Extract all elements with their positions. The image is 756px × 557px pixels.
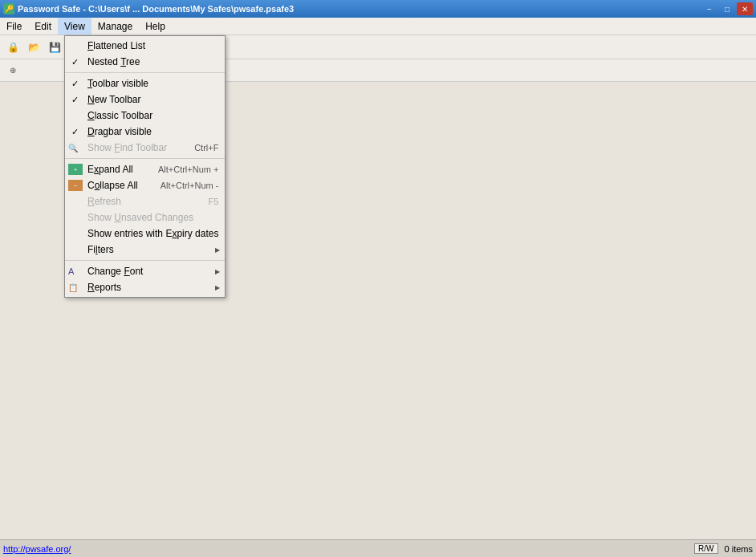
menu-edit[interactable]: Edit (28, 18, 58, 35)
status-right: R/W 0 items (694, 543, 753, 554)
menu-dragbar-visible[interactable]: ✓ Dragbar visible (65, 124, 225, 140)
menu-file[interactable]: File (0, 18, 28, 35)
dragbar-check: ✓ (71, 127, 79, 137)
sep2 (65, 158, 225, 159)
menu-classic-toolbar[interactable]: Classic Toolbar (65, 108, 225, 124)
toolbar-save[interactable]: 💾 (45, 38, 64, 57)
new-toolbar-check: ✓ (71, 95, 79, 105)
minimize-button[interactable]: − (701, 2, 717, 15)
menu-show-unsaved[interactable]: Show Unsaved Changes (65, 209, 225, 226)
status-url[interactable]: http://pwsafe.org/ (3, 544, 71, 554)
menu-show-find-toolbar[interactable]: 🔍 Show Find Toolbar Ctrl+F (65, 140, 225, 156)
app-icon: 🔑 (3, 3, 14, 14)
view-dropdown: Flattened List ✓ Nested Tree ✓ Toolbar v… (64, 35, 226, 298)
menu-new-toolbar[interactable]: ✓ New Toolbar (65, 91, 225, 108)
window-title: Password Safe - C:\Users\f ... Documents… (18, 4, 294, 14)
toolbar-open[interactable]: 📂 (24, 38, 43, 57)
sep3 (65, 260, 225, 261)
menu-manage[interactable]: Manage (91, 18, 139, 35)
title-controls: − □ ✕ (701, 2, 753, 15)
menu-view[interactable]: View (58, 18, 91, 35)
menu-flattened-list[interactable]: Flattened List (65, 38, 225, 54)
status-rw: R/W (694, 543, 717, 554)
status-bar: http://pwsafe.org/ R/W 0 items (0, 539, 756, 557)
dragbar-btn[interactable]: ⊕ (3, 61, 22, 80)
toolbar-new[interactable]: 🔒 (3, 38, 22, 57)
menu-bar: File Edit View Manage Help (0, 18, 756, 35)
close-button[interactable]: ✕ (737, 2, 753, 15)
menu-help[interactable]: Help (139, 18, 172, 35)
toolbar-check: ✓ (71, 79, 79, 89)
sep1 (65, 72, 225, 73)
title-bar: 🔑 Password Safe - C:\Users\f ... Documen… (0, 0, 756, 18)
menu-change-font[interactable]: A Change Font (65, 263, 225, 279)
menu-reports[interactable]: 📋 Reports (65, 279, 225, 295)
menu-show-expiry[interactable]: Show entries with Expiry dates (65, 226, 225, 242)
nested-check: ✓ (71, 57, 79, 67)
menu-toolbar-visible[interactable]: ✓ Toolbar visible (65, 75, 225, 91)
menu-filters[interactable]: Filters (65, 242, 225, 258)
menu-refresh[interactable]: Refresh F5 (65, 193, 225, 209)
menu-expand-all[interactable]: + Expand All Alt+Ctrl+Num + (65, 161, 225, 177)
menu-nested-tree[interactable]: ✓ Nested Tree (65, 54, 225, 70)
maximize-button[interactable]: □ (719, 2, 735, 15)
status-items: 0 items (725, 544, 753, 554)
menu-collapse-all[interactable]: − Collapse All Alt+Ctrl+Num - (65, 177, 225, 193)
